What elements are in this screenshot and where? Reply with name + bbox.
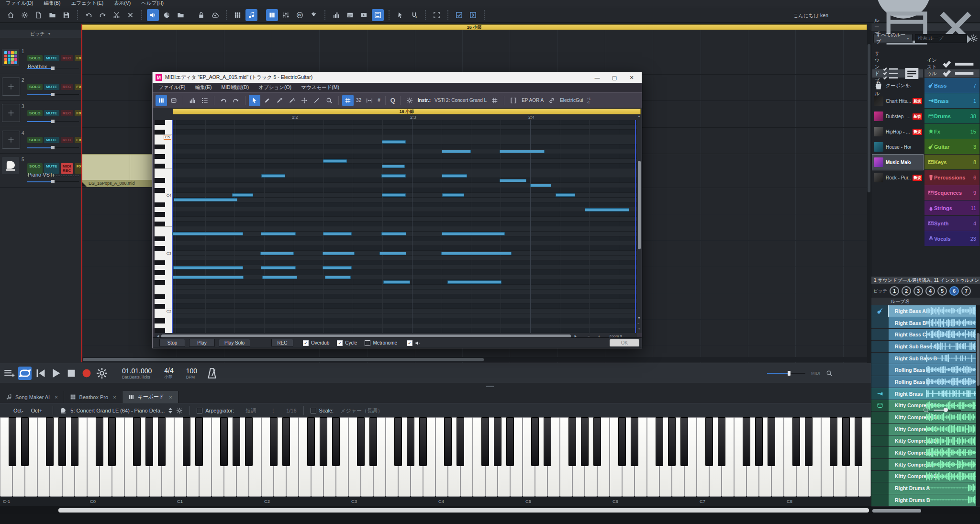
pencil3-icon[interactable] — [286, 95, 298, 106]
midi-note[interactable] — [442, 174, 467, 178]
overdub-checkbox[interactable]: ✓ — [303, 340, 309, 346]
track-volume-slider[interactable] — [27, 120, 79, 123]
midi-note[interactable] — [383, 280, 410, 284]
search-icon[interactable] — [826, 370, 833, 377]
soundpool-item[interactable]: House - House ... — [872, 139, 923, 155]
piano-key[interactable] — [155, 290, 172, 294]
loop-item[interactable]: Right Sub Bass B — [871, 353, 980, 364]
scroll-thumb[interactable] — [977, 333, 980, 386]
loop-list-vscrollbar[interactable] — [976, 305, 980, 506]
tab-beatbox-pro[interactable]: Beatbox Pro× — [64, 391, 122, 403]
black-key[interactable] — [183, 417, 190, 466]
piano-key[interactable] — [155, 236, 172, 241]
scroll-down-arrow[interactable]: ▼ — [637, 316, 641, 320]
close-icon[interactable] — [928, 3, 977, 52]
pitch-button-5[interactable]: 5 — [937, 286, 947, 296]
loops-settings-icon[interactable] — [969, 34, 978, 43]
pads-icon[interactable] — [232, 9, 244, 21]
piano-key[interactable]: C2 — [155, 309, 172, 313]
black-key[interactable] — [531, 417, 539, 466]
loop-item[interactable]: Right Brass — [871, 388, 980, 400]
chain-icon[interactable] — [546, 95, 557, 106]
menu-item[interactable]: 表示(V) — [114, 0, 131, 7]
zoom-in-v-button[interactable]: ＋ — [637, 326, 641, 331]
black-key[interactable] — [768, 417, 775, 466]
quantgrid-icon[interactable] — [489, 95, 501, 106]
midi-note[interactable] — [556, 193, 575, 197]
menu-item[interactable]: エフェクト(E) — [71, 0, 104, 7]
play-button[interactable]: Play — [189, 339, 215, 347]
black-key[interactable] — [307, 417, 315, 466]
add-instrument-icon[interactable] — [2, 104, 20, 122]
loop-item[interactable]: Right Drums A — [871, 482, 980, 494]
folder-icon[interactable] — [175, 9, 187, 21]
piano-key[interactable] — [155, 275, 172, 280]
video-icon[interactable] — [358, 9, 370, 21]
loop-item[interactable]: Kitty Compress C — [871, 424, 980, 435]
black-key[interactable] — [656, 417, 663, 466]
midi-note[interactable] — [441, 252, 512, 255]
signature-display[interactable]: 4/4 小節 — [164, 367, 173, 380]
scale-checkbox[interactable] — [311, 408, 316, 413]
scale-value[interactable]: メジャー（長調） — [340, 407, 383, 414]
midi-note[interactable] — [442, 193, 464, 197]
black-key[interactable] — [755, 417, 763, 466]
midi-note[interactable] — [381, 174, 406, 178]
loop-toggle-button[interactable] — [18, 367, 32, 380]
pitch-button-3[interactable]: 3 — [913, 286, 923, 296]
fullscreen-icon[interactable] — [431, 9, 443, 21]
piano-key[interactable]: C5 — [155, 134, 172, 139]
black-key[interactable] — [568, 417, 576, 466]
black-key[interactable] — [792, 417, 800, 466]
tab-close-icon[interactable]: × — [169, 394, 172, 400]
toolbar-label[interactable]: Instr.: — [418, 98, 431, 103]
arrangement-hscrollbar[interactable] — [81, 357, 867, 362]
tab-close-icon[interactable]: × — [113, 394, 116, 400]
close-button[interactable]: ✕ — [624, 73, 639, 82]
piano-key[interactable] — [155, 149, 172, 154]
piano-key[interactable] — [155, 260, 172, 265]
scroll-thumb[interactable] — [83, 358, 484, 361]
black-key[interactable] — [668, 417, 676, 466]
piano-key[interactable] — [155, 226, 172, 231]
play-solo-button[interactable]: Play Solo — [219, 339, 250, 347]
pencil2-icon[interactable] — [274, 95, 285, 106]
loop-name-column-header[interactable]: ループ名 — [871, 298, 980, 305]
mag-icon[interactable] — [323, 95, 335, 106]
search-icon[interactable] — [923, 407, 929, 413]
piano-key[interactable] — [155, 173, 172, 178]
gear-icon[interactable] — [404, 95, 415, 106]
piano-roll-grid[interactable] — [172, 120, 637, 333]
black-key[interactable] — [320, 417, 327, 466]
bars-icon[interactable] — [187, 95, 198, 106]
loop-item[interactable]: Right Sub Bass A — [871, 341, 980, 352]
piano-roll-vscrollbar[interactable]: ▲ ▼ − ＋ — [637, 120, 642, 333]
piano-key[interactable] — [155, 280, 172, 285]
pitch-button-1[interactable]: 1 — [890, 286, 899, 296]
piano-key[interactable] — [155, 313, 172, 318]
piano-key[interactable] — [155, 159, 172, 164]
midi-note[interactable] — [325, 276, 351, 279]
toolbar-label[interactable]: 32 — [356, 98, 361, 103]
minimize-button[interactable]: — — [590, 73, 604, 82]
record-arm-button[interactable]: MIDI REC — [61, 163, 73, 174]
piano-key[interactable] — [155, 164, 172, 168]
piano-key[interactable] — [155, 183, 172, 188]
toolbar-label[interactable]: # — [378, 98, 380, 103]
piano-key[interactable] — [155, 207, 172, 212]
black-key[interactable] — [855, 417, 862, 466]
gear-icon[interactable] — [19, 9, 31, 21]
instrument-filter-vocals[interactable]: Vocals23 — [924, 231, 980, 246]
tab-close-icon[interactable]: × — [55, 394, 57, 400]
menu-item[interactable]: MIDI機能(D) — [221, 84, 249, 91]
piano-key[interactable] — [155, 178, 172, 183]
menu-item[interactable]: ヘルプ(H) — [141, 0, 164, 7]
save-icon[interactable] — [60, 9, 72, 21]
add-instrument-icon[interactable] — [2, 78, 20, 96]
midi-note[interactable] — [262, 276, 297, 279]
midi-note[interactable] — [172, 232, 243, 235]
record-arm-button[interactable]: REC — [61, 137, 73, 143]
loop-filter-dropdown[interactable]: すべてのループ ▼ — [873, 34, 913, 43]
black-key[interactable] — [270, 417, 278, 466]
piano-key[interactable] — [155, 145, 172, 149]
